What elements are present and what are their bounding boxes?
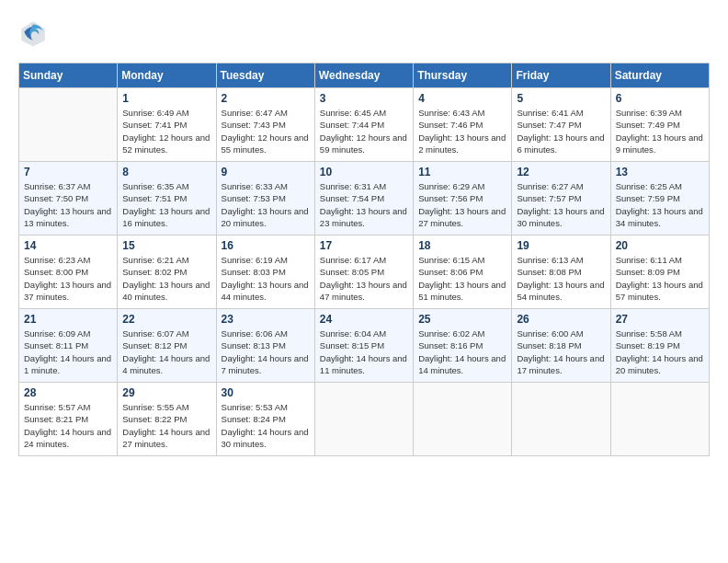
calendar-cell: 4Sunrise: 6:43 AMSunset: 7:46 PMDaylight… <box>414 88 512 162</box>
calendar-cell: 10Sunrise: 6:31 AMSunset: 7:54 PMDayligh… <box>314 162 413 236</box>
calendar-table: SundayMondayTuesdayWednesdayThursdayFrid… <box>18 63 710 456</box>
day-number: 1 <box>122 92 210 105</box>
day-number: 18 <box>418 239 506 252</box>
day-number: 2 <box>222 92 310 105</box>
weekday-header-monday: Monday <box>118 63 216 88</box>
calendar-week-row: 1Sunrise: 6:49 AMSunset: 7:41 PMDaylight… <box>19 88 710 162</box>
day-number: 3 <box>320 92 408 105</box>
day-info: Sunrise: 6:02 AMSunset: 8:16 PMDaylight:… <box>418 327 506 376</box>
day-number: 15 <box>122 239 210 252</box>
day-info: Sunrise: 6:37 AMSunset: 7:50 PMDaylight:… <box>24 180 112 229</box>
day-info: Sunrise: 6:00 AMSunset: 8:18 PMDaylight:… <box>517 327 605 376</box>
day-info: Sunrise: 6:29 AMSunset: 7:56 PMDaylight:… <box>418 180 506 229</box>
calendar-cell <box>512 383 610 456</box>
day-number: 30 <box>222 386 310 399</box>
day-info: Sunrise: 6:43 AMSunset: 7:46 PMDaylight:… <box>418 107 506 155</box>
weekday-header-tuesday: Tuesday <box>216 63 314 88</box>
day-number: 14 <box>24 239 112 252</box>
calendar-cell: 16Sunrise: 6:19 AMSunset: 8:03 PMDayligh… <box>216 236 314 309</box>
logo <box>18 18 51 48</box>
day-number: 5 <box>517 92 605 105</box>
calendar-cell: 11Sunrise: 6:29 AMSunset: 7:56 PMDayligh… <box>414 162 512 236</box>
day-info: Sunrise: 6:13 AMSunset: 8:08 PMDaylight:… <box>517 254 605 303</box>
calendar-cell: 28Sunrise: 5:57 AMSunset: 8:21 PMDayligh… <box>19 383 118 456</box>
day-info: Sunrise: 6:23 AMSunset: 8:00 PMDaylight:… <box>24 254 112 303</box>
day-number: 24 <box>320 313 408 326</box>
calendar-cell: 21Sunrise: 6:09 AMSunset: 8:11 PMDayligh… <box>19 309 118 383</box>
calendar-cell: 24Sunrise: 6:04 AMSunset: 8:15 PMDayligh… <box>314 309 413 383</box>
day-number: 13 <box>616 166 704 178</box>
calendar-week-row: 28Sunrise: 5:57 AMSunset: 8:21 PMDayligh… <box>19 383 710 456</box>
calendar-week-row: 14Sunrise: 6:23 AMSunset: 8:00 PMDayligh… <box>19 236 710 309</box>
day-info: Sunrise: 6:07 AMSunset: 8:12 PMDaylight:… <box>122 327 210 376</box>
calendar-cell: 23Sunrise: 6:06 AMSunset: 8:13 PMDayligh… <box>216 309 314 383</box>
day-info: Sunrise: 6:11 AMSunset: 8:09 PMDaylight:… <box>616 254 704 303</box>
day-number: 19 <box>517 239 605 252</box>
calendar-cell: 26Sunrise: 6:00 AMSunset: 8:18 PMDayligh… <box>512 309 610 383</box>
day-info: Sunrise: 6:17 AMSunset: 8:05 PMDaylight:… <box>320 254 408 303</box>
day-number: 12 <box>517 166 605 178</box>
day-info: Sunrise: 6:09 AMSunset: 8:11 PMDaylight:… <box>24 327 112 376</box>
calendar-cell: 1Sunrise: 6:49 AMSunset: 7:41 PMDaylight… <box>118 88 216 162</box>
day-info: Sunrise: 6:25 AMSunset: 7:59 PMDaylight:… <box>616 180 704 229</box>
calendar-cell: 17Sunrise: 6:17 AMSunset: 8:05 PMDayligh… <box>314 236 413 309</box>
day-info: Sunrise: 6:27 AMSunset: 7:57 PMDaylight:… <box>517 180 605 229</box>
day-info: Sunrise: 5:53 AMSunset: 8:24 PMDaylight:… <box>222 401 310 450</box>
day-number: 11 <box>418 166 506 178</box>
weekday-header-wednesday: Wednesday <box>314 63 413 88</box>
day-number: 6 <box>616 92 704 105</box>
calendar-cell: 7Sunrise: 6:37 AMSunset: 7:50 PMDaylight… <box>19 162 118 236</box>
calendar-cell: 5Sunrise: 6:41 AMSunset: 7:47 PMDaylight… <box>512 88 610 162</box>
day-number: 7 <box>24 166 112 178</box>
weekday-header-friday: Friday <box>512 63 610 88</box>
day-info: Sunrise: 5:57 AMSunset: 8:21 PMDaylight:… <box>24 401 112 450</box>
calendar-cell: 18Sunrise: 6:15 AMSunset: 8:06 PMDayligh… <box>414 236 512 309</box>
calendar-cell: 27Sunrise: 5:58 AMSunset: 8:19 PMDayligh… <box>610 309 709 383</box>
day-number: 17 <box>320 239 408 252</box>
day-number: 8 <box>122 166 210 178</box>
day-info: Sunrise: 6:49 AMSunset: 7:41 PMDaylight:… <box>122 107 210 155</box>
logo-icon <box>18 18 48 48</box>
calendar-cell: 19Sunrise: 6:13 AMSunset: 8:08 PMDayligh… <box>512 236 610 309</box>
day-number: 23 <box>222 313 310 326</box>
calendar-cell: 29Sunrise: 5:55 AMSunset: 8:22 PMDayligh… <box>118 383 216 456</box>
calendar-cell <box>19 88 118 162</box>
calendar-cell: 14Sunrise: 6:23 AMSunset: 8:00 PMDayligh… <box>19 236 118 309</box>
day-info: Sunrise: 5:55 AMSunset: 8:22 PMDaylight:… <box>122 401 210 450</box>
day-number: 26 <box>517 313 605 326</box>
day-number: 22 <box>122 313 210 326</box>
day-number: 29 <box>122 386 210 399</box>
page-header <box>18 18 710 48</box>
calendar-cell: 15Sunrise: 6:21 AMSunset: 8:02 PMDayligh… <box>118 236 216 309</box>
day-number: 28 <box>24 386 112 399</box>
day-info: Sunrise: 6:06 AMSunset: 8:13 PMDaylight:… <box>222 327 310 376</box>
day-info: Sunrise: 6:15 AMSunset: 8:06 PMDaylight:… <box>418 254 506 303</box>
calendar-cell <box>314 383 413 456</box>
day-info: Sunrise: 6:47 AMSunset: 7:43 PMDaylight:… <box>222 107 310 155</box>
day-number: 20 <box>616 239 704 252</box>
calendar-week-row: 21Sunrise: 6:09 AMSunset: 8:11 PMDayligh… <box>19 309 710 383</box>
day-info: Sunrise: 6:31 AMSunset: 7:54 PMDaylight:… <box>320 180 408 229</box>
weekday-header-sunday: Sunday <box>19 63 118 88</box>
weekday-header-saturday: Saturday <box>610 63 709 88</box>
day-number: 10 <box>320 166 408 178</box>
day-number: 4 <box>418 92 506 105</box>
calendar-week-row: 7Sunrise: 6:37 AMSunset: 7:50 PMDaylight… <box>19 162 710 236</box>
day-info: Sunrise: 6:39 AMSunset: 7:49 PMDaylight:… <box>616 107 704 155</box>
calendar-cell: 3Sunrise: 6:45 AMSunset: 7:44 PMDaylight… <box>314 88 413 162</box>
day-number: 16 <box>222 239 310 252</box>
day-info: Sunrise: 6:41 AMSunset: 7:47 PMDaylight:… <box>517 107 605 155</box>
day-number: 25 <box>418 313 506 326</box>
day-info: Sunrise: 6:33 AMSunset: 7:53 PMDaylight:… <box>222 180 310 229</box>
calendar-cell: 12Sunrise: 6:27 AMSunset: 7:57 PMDayligh… <box>512 162 610 236</box>
calendar-cell <box>414 383 512 456</box>
calendar-cell: 13Sunrise: 6:25 AMSunset: 7:59 PMDayligh… <box>610 162 709 236</box>
day-number: 27 <box>616 313 704 326</box>
calendar-cell <box>610 383 709 456</box>
calendar-cell: 2Sunrise: 6:47 AMSunset: 7:43 PMDaylight… <box>216 88 314 162</box>
day-info: Sunrise: 6:45 AMSunset: 7:44 PMDaylight:… <box>320 107 408 155</box>
calendar-cell: 8Sunrise: 6:35 AMSunset: 7:51 PMDaylight… <box>118 162 216 236</box>
day-number: 21 <box>24 313 112 326</box>
day-info: Sunrise: 6:21 AMSunset: 8:02 PMDaylight:… <box>122 254 210 303</box>
day-info: Sunrise: 6:19 AMSunset: 8:03 PMDaylight:… <box>222 254 310 303</box>
